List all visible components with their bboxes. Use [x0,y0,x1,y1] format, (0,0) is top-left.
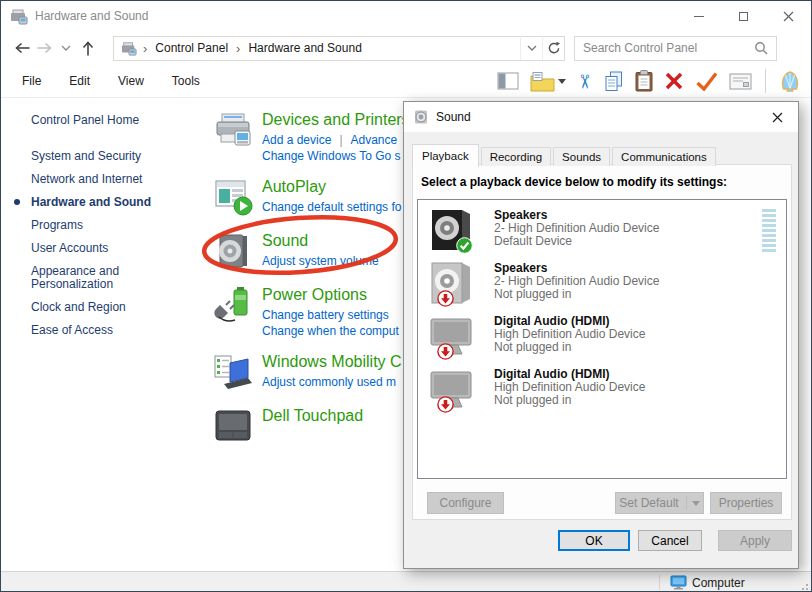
cancel-button[interactable]: Cancel [638,530,702,551]
device-status: Not plugged in [494,394,645,407]
category-title[interactable]: Dell Touchpad [262,406,363,426]
tab-recording[interactable]: Recording [481,147,551,166]
menu-item-view[interactable]: View [115,72,147,90]
sidebar-item-label: Ease of Access [31,323,113,337]
search-box [574,36,777,61]
up-icon [82,40,94,57]
sidebar-item[interactable]: User Accounts [31,242,173,255]
folder-options-icon[interactable] [530,71,566,92]
forward-button[interactable] [33,36,55,60]
task-link[interactable]: Add a device [262,133,331,147]
back-button[interactable] [11,36,33,60]
properties-button[interactable]: Properties [710,492,782,514]
minimize-button[interactable] [676,1,721,31]
autoplay-icon[interactable] [213,178,253,218]
sidebar-item[interactable]: Ease of Access [31,324,173,337]
dialog-close-button[interactable] [756,102,798,132]
set-default-dropdown-icon[interactable] [692,501,700,506]
address-bar[interactable]: ›Control Panel›Hardware and Sound [113,36,565,61]
category-title[interactable]: Sound [262,231,379,251]
task-link-row: Add a device|Advance [262,132,410,148]
chevron-down-icon [527,45,537,51]
printer-icon[interactable] [213,111,253,151]
maximize-button[interactable] [721,1,766,31]
close-icon [783,11,794,22]
window-titlebar[interactable]: Hardware and Sound [1,1,811,31]
tab-playback[interactable]: Playback [412,144,479,167]
device-text: Digital Audio (HDMI)High Definition Audi… [494,314,645,359]
configure-button[interactable]: Configure [427,492,504,514]
speaker-icon[interactable] [213,232,253,272]
device-list[interactable]: Speakers2- High Definition Audio DeviceD… [417,199,787,479]
paste-icon[interactable] [635,70,653,92]
not-plugged-badge-icon [437,396,454,413]
mobility-icon[interactable] [213,353,253,393]
task-link[interactable]: Change default settings fo [262,200,401,214]
task-link[interactable]: Change battery settings [262,308,389,322]
recent-pages-dropdown[interactable] [55,36,77,60]
category-title[interactable]: Windows Mobility C [262,352,402,372]
category-title[interactable]: AutoPlay [262,177,401,197]
set-default-button[interactable]: Set Default [615,492,704,514]
sidebar-item-label: Hardware and Sound [31,195,151,209]
tab-communications[interactable]: Communications [612,147,716,166]
close-button[interactable] [766,1,811,31]
address-dropdown-button[interactable] [520,36,542,60]
link-separator: | [339,133,342,147]
category-title[interactable]: Devices and Printers [262,110,410,130]
device-status: Not plugged in [494,341,645,354]
sidebar-home-link[interactable]: Control Panel Home [31,113,201,127]
sidebar-item[interactable]: System and Security [31,150,173,163]
views-icon[interactable] [497,72,519,90]
resize-grip[interactable] [799,581,809,591]
check-icon[interactable] [695,71,718,91]
menu-item-tools[interactable]: Tools [169,72,203,90]
active-bullet-icon [14,199,20,205]
delete-icon[interactable] [664,71,684,91]
copy-icon[interactable] [604,71,624,92]
sidebar-item[interactable]: Appearance and Personalization [31,265,173,291]
computer-label: Computer [692,576,745,590]
refresh-button[interactable] [542,36,564,60]
search-input[interactable] [575,41,750,55]
instruction-text: Select a playback device below to modify… [421,175,791,189]
shell-icon[interactable] [779,70,801,92]
touchpad-icon[interactable] [213,407,253,447]
tab-sounds[interactable]: Sounds [553,147,610,166]
properties-icon[interactable] [729,73,752,90]
device-row[interactable]: Speakers2- High Definition Audio DeviceN… [418,253,786,306]
task-link[interactable]: Adjust system volume [262,254,379,268]
computer-icon [670,575,687,591]
statusbar-computer: Computer [670,572,745,592]
menu-item-edit[interactable]: Edit [66,72,93,90]
device-icon-hdmi [428,367,474,411]
menu-item-file[interactable]: File [19,72,44,90]
ok-button[interactable]: OK [558,530,630,551]
apply-button[interactable]: Apply [718,530,792,551]
sidebar-item[interactable]: Programs [31,219,173,232]
device-row[interactable]: Digital Audio (HDMI)High Definition Audi… [418,359,786,412]
sidebar-item[interactable]: Clock and Region [31,301,173,314]
task-link[interactable]: Change Windows To Go s [262,149,401,163]
category-list: Devices and PrintersAdd a device|Advance… [201,98,410,571]
dialog-titlebar[interactable]: Sound [404,102,798,132]
sidebar-item[interactable]: Hardware and Sound [31,196,173,209]
device-row[interactable]: Digital Audio (HDMI)High Definition Audi… [418,306,786,359]
category-title[interactable]: Power Options [262,285,399,305]
task-link[interactable]: Change when the comput [262,324,399,338]
breadcrumb-item[interactable]: Control Panel [153,40,230,56]
sidebar-item-label: Network and Internet [31,172,142,186]
task-link-row: Change Windows To Go s [262,148,410,164]
sidebar-item[interactable]: Network and Internet [31,173,173,186]
breadcrumb-item[interactable]: Hardware and Sound [246,40,363,56]
task-link[interactable]: Advance [351,133,398,147]
breadcrumb-chevron-icon: › [236,41,240,56]
search-icon[interactable] [750,41,776,55]
control-panel-item-text: Devices and PrintersAdd a device|Advance… [262,110,410,164]
task-link[interactable]: Adjust commonly used m [262,375,396,389]
power-icon[interactable] [213,286,253,326]
device-row[interactable]: Speakers2- High Definition Audio DeviceD… [418,200,786,253]
up-button[interactable] [77,36,99,60]
folder-options-dropdown[interactable] [558,79,566,84]
cut-icon[interactable]: ✂ [577,72,593,91]
